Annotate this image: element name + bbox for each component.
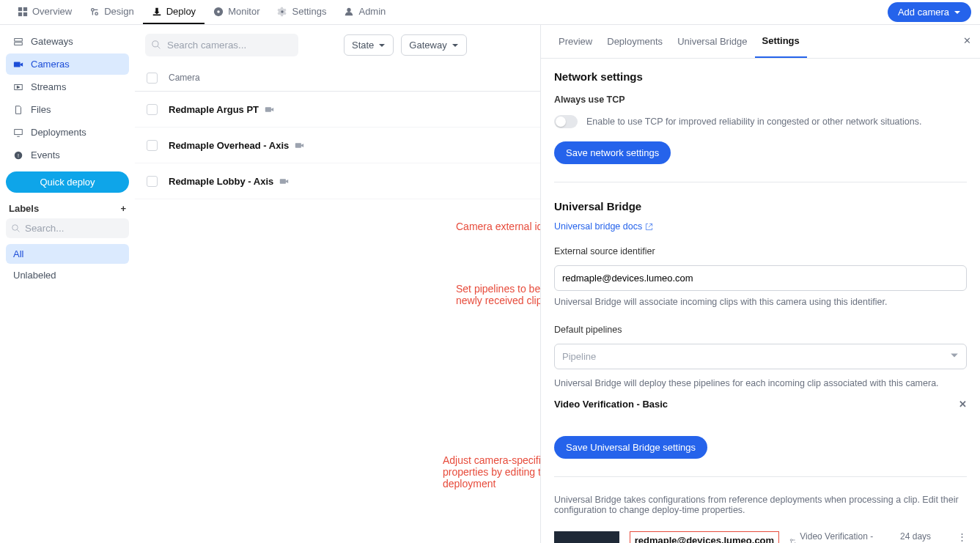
nav-monitor[interactable]: Monitor	[205, 0, 268, 24]
search-icon	[152, 40, 161, 50]
svg-rect-10	[15, 42, 23, 45]
ub-docs-link[interactable]: Universal bridge docs	[554, 221, 967, 232]
svg-point-16	[12, 225, 18, 231]
pipeline-icon	[789, 538, 797, 544]
save-network-button[interactable]: Save network settings	[554, 141, 671, 164]
reference-deployment-card[interactable]: No stream available redmaple@devices.lum…	[554, 531, 967, 543]
pipe-help: Universal Bridge will deploy these pipel…	[554, 378, 967, 388]
label-unlabeled[interactable]: Unlabeled	[6, 265, 129, 285]
ref-time: 24 days ago	[900, 531, 947, 543]
camera-search-input[interactable]	[145, 34, 298, 56]
svg-rect-18	[265, 107, 271, 112]
nav-overview-label: Overview	[32, 6, 72, 17]
svg-rect-1	[23, 7, 27, 10]
sidebar-events[interactable]: !Events	[6, 144, 129, 166]
svg-rect-0	[18, 7, 22, 10]
nav-overview[interactable]: Overview	[9, 0, 81, 24]
ref-help: Universal Bridge takes configurations fr…	[554, 495, 967, 515]
sidebar: Gateways Cameras Streams Files Deploymen…	[0, 25, 135, 543]
tcp-label: Always use TCP	[554, 95, 967, 105]
external-link-icon	[645, 223, 653, 231]
svg-point-4	[92, 8, 95, 11]
ext-id-label: External source identifier	[554, 246, 967, 256]
ext-help: Universal Bridge will associate incoming…	[554, 297, 967, 307]
svg-rect-9	[15, 38, 23, 41]
svg-rect-20	[280, 179, 286, 184]
chevron-down-icon	[954, 9, 961, 16]
camera-icon	[279, 177, 289, 186]
svg-rect-19	[295, 143, 301, 148]
tcp-toggle[interactable]	[554, 115, 578, 128]
tab-preview[interactable]: Preview	[551, 26, 600, 57]
tab-deployments[interactable]: Deployments	[600, 26, 670, 57]
svg-text:!: !	[18, 152, 19, 158]
gateway-filter[interactable]: Gateway	[401, 34, 466, 56]
state-filter[interactable]: State	[344, 34, 394, 56]
row-checkbox[interactable]	[147, 104, 158, 115]
sidebar-files[interactable]: Files	[6, 99, 129, 120]
pipeline-select[interactable]: Pipeline	[554, 344, 967, 369]
pipeline-label: Default pipelines	[554, 325, 967, 335]
svg-point-7	[217, 10, 220, 13]
add-label-icon[interactable]: +	[120, 203, 126, 214]
settings-panel: Preview Deployments Universal Bridge Set…	[540, 25, 980, 543]
svg-rect-2	[18, 12, 22, 15]
nav-deploy[interactable]: Deploy	[143, 0, 205, 24]
external-id-input[interactable]	[554, 265, 967, 291]
remove-pipeline-icon[interactable]: ✕	[959, 399, 967, 410]
sidebar-gateways[interactable]: Gateways	[6, 31, 129, 52]
label-search-input[interactable]	[6, 218, 129, 238]
tab-settings[interactable]: Settings	[755, 25, 807, 58]
row-checkbox[interactable]	[147, 140, 158, 151]
nav-settings-label: Settings	[292, 6, 326, 17]
ub-title: Universal Bridge	[554, 200, 967, 213]
sidebar-cameras[interactable]: Cameras	[6, 53, 129, 75]
svg-point-17	[152, 41, 158, 47]
row-checkbox[interactable]	[147, 176, 158, 187]
svg-rect-3	[23, 12, 27, 15]
chevron-down-icon	[950, 351, 959, 360]
save-ub-button[interactable]: Save Universal Bridge settings	[554, 436, 707, 459]
camera-icon	[265, 105, 274, 114]
top-nav: Overview Design Deploy Monitor Settings …	[9, 0, 394, 24]
pipeline-chip: Video Verification - Basic	[554, 399, 668, 410]
sidebar-streams[interactable]: Streams	[6, 76, 129, 97]
stream-thumbnail: No stream available	[554, 531, 619, 543]
nav-settings[interactable]: Settings	[268, 0, 335, 24]
svg-point-21	[790, 539, 792, 541]
close-icon[interactable]: ✕	[963, 35, 971, 46]
chevron-down-icon	[452, 42, 459, 49]
add-camera-button[interactable]: Add camera	[888, 2, 971, 22]
svg-rect-13	[15, 129, 23, 134]
tab-universal-bridge[interactable]: Universal Bridge	[670, 26, 754, 57]
sidebar-deployments[interactable]: Deployments	[6, 122, 129, 143]
select-all-checkbox[interactable]	[147, 73, 158, 84]
chevron-down-icon	[378, 42, 386, 49]
search-icon	[12, 224, 21, 233]
network-title: Network settings	[554, 70, 967, 83]
nav-monitor-label: Monitor	[228, 6, 259, 17]
camera-icon	[295, 141, 304, 150]
nav-design-label: Design	[104, 6, 133, 17]
nav-deploy-label: Deploy	[166, 6, 196, 17]
svg-point-5	[95, 12, 98, 15]
labels-heading: Labels	[9, 203, 39, 214]
tcp-help: Enable to use TCP for improved reliabili…	[586, 117, 921, 127]
quick-deploy-button[interactable]: Quick deploy	[6, 171, 129, 193]
label-all[interactable]: All	[6, 244, 129, 264]
nav-design[interactable]: Design	[81, 0, 142, 24]
nav-admin-label: Admin	[358, 6, 386, 17]
svg-point-8	[347, 7, 351, 11]
more-icon[interactable]: ⋮	[957, 531, 967, 542]
nav-admin[interactable]: Admin	[335, 0, 394, 24]
ref-title: redmaple@devices.lumeo.com Video Verific…	[630, 531, 779, 543]
svg-rect-11	[14, 62, 21, 67]
